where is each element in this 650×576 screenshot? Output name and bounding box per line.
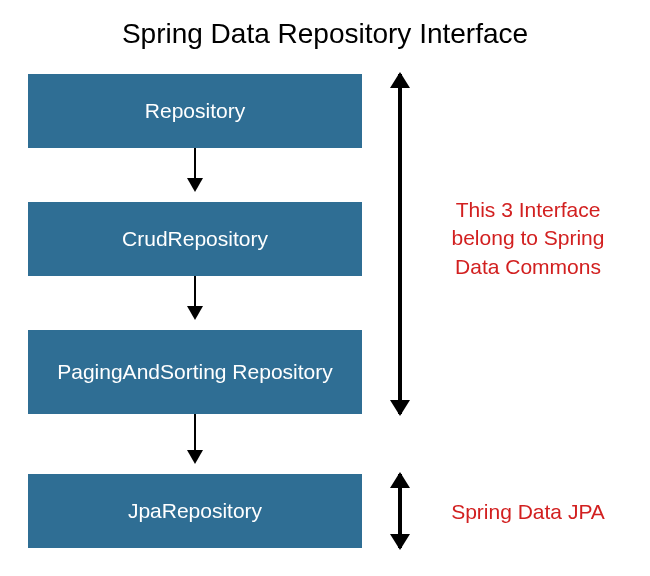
- double-arrow-icon: [398, 74, 402, 414]
- box-crud-repository: CrudRepository: [28, 202, 362, 276]
- diagram-title: Spring Data Repository Interface: [0, 0, 650, 56]
- repository-hierarchy-diagram: Repository CrudRepository PagingAndSorti…: [0, 56, 650, 576]
- box-jpa-repository: JpaRepository: [28, 474, 362, 548]
- double-arrow-icon: [398, 474, 402, 548]
- box-paging-sorting-repository: PagingAndSorting Repository: [28, 330, 362, 414]
- arrow-down-icon: [194, 276, 196, 318]
- annotation-data-commons: This 3 Interface belong to Spring Data C…: [428, 196, 628, 281]
- annotation-data-jpa: Spring Data JPA: [428, 498, 628, 526]
- arrow-down-icon: [194, 148, 196, 190]
- arrow-down-icon: [194, 414, 196, 462]
- box-repository: Repository: [28, 74, 362, 148]
